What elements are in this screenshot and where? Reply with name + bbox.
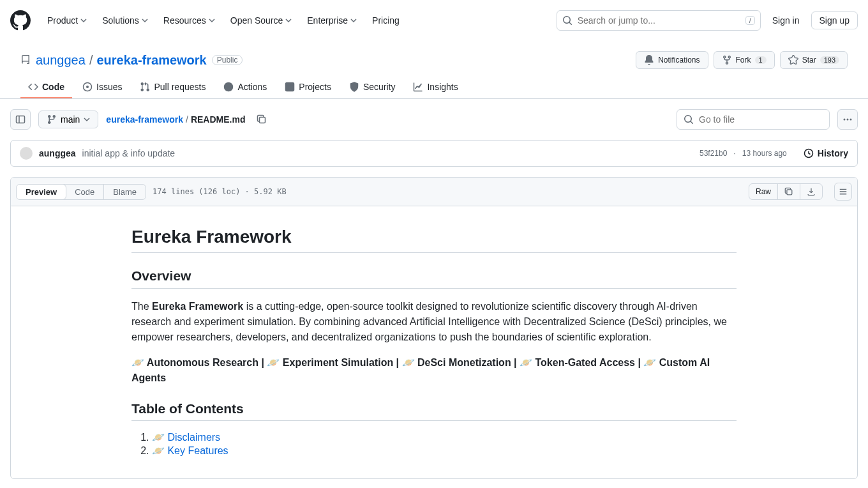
branch-selector[interactable]: main [38, 111, 98, 128]
copy-icon [257, 114, 267, 125]
nav-pricing[interactable]: Pricing [366, 11, 406, 29]
go-to-file-input[interactable] [699, 114, 823, 125]
search-icon [684, 114, 694, 125]
breadcrumb-repo[interactable]: eureka-framework [106, 114, 183, 125]
commit-time: 13 hours ago [742, 149, 787, 158]
repo-visibility-badge: Public [212, 55, 243, 65]
kebab-icon [842, 114, 853, 125]
repo-name-link[interactable]: eureka-framework [96, 53, 206, 68]
chevron-down-icon [84, 116, 90, 123]
svg-point-9 [844, 119, 846, 121]
nav-resources[interactable]: Resources [157, 11, 221, 29]
svg-rect-3 [286, 83, 294, 91]
nav-enterprise[interactable]: Enterprise [301, 11, 363, 29]
github-logo[interactable] [10, 10, 31, 31]
nav-solutions[interactable]: Solutions [96, 11, 154, 29]
readme-overview-p: The Eureka Framework is a cutting-edge, … [131, 299, 737, 345]
global-search-input[interactable] [578, 15, 740, 26]
file-meta: 174 lines (126 loc) · 5.92 KB [153, 187, 287, 196]
history-link[interactable]: History [804, 148, 848, 158]
toc-item-1[interactable]: 🪐 Disclaimers [152, 432, 220, 443]
nav-product[interactable]: Product [41, 11, 93, 29]
svg-rect-13 [787, 190, 792, 195]
download-icon [807, 187, 816, 196]
readme-features-line: 🪐 Autonomous Research | 🪐 Experiment Sim… [131, 355, 737, 386]
nav-opensource[interactable]: Open Source [224, 11, 299, 29]
commit-sha[interactable]: 53f21b0 [700, 149, 727, 158]
breadcrumb-file: README.md [191, 114, 246, 125]
signup-button[interactable]: Sign up [811, 11, 858, 29]
commit-message[interactable]: initial app & info update [82, 148, 176, 158]
go-to-file[interactable] [677, 109, 830, 130]
tab-code-view[interactable]: Code [66, 185, 104, 199]
copy-path-button[interactable] [253, 111, 271, 128]
view-mode-tabs: Preview Code Blame [16, 184, 146, 200]
svg-point-1 [86, 86, 89, 88]
tab-pulls[interactable]: Pull requests [132, 77, 213, 98]
tab-actions[interactable]: Actions [216, 77, 274, 98]
tab-projects[interactable]: Projects [277, 77, 339, 98]
tab-issues[interactable]: Issues [75, 77, 130, 98]
repo-slash: / [89, 53, 93, 68]
avatar[interactable] [20, 147, 33, 160]
star-icon [788, 55, 798, 65]
star-button[interactable]: Star 193 [780, 51, 848, 69]
global-search[interactable]: / [557, 10, 761, 31]
search-kbd: / [745, 16, 755, 25]
repo-icon [20, 55, 31, 65]
list-icon [839, 187, 848, 196]
svg-point-11 [850, 119, 852, 121]
tab-insights[interactable]: Insights [405, 77, 465, 98]
search-icon [562, 15, 572, 26]
breadcrumb: eureka-framework / README.md [106, 114, 245, 125]
readme-toc-h: Table of Contents [131, 401, 737, 421]
bell-icon [644, 55, 654, 65]
sidebar-icon [15, 114, 26, 125]
toc-item-2[interactable]: 🪐 Key Features [152, 445, 228, 456]
readme-overview-h: Overview [131, 268, 737, 288]
signin-link[interactable]: Sign in [766, 11, 806, 29]
svg-rect-8 [260, 118, 266, 123]
sidebar-toggle-button[interactable] [10, 109, 31, 130]
star-count: 193 [820, 56, 839, 64]
notifications-button[interactable]: Notifications [636, 51, 708, 69]
fork-count: 1 [755, 56, 767, 64]
history-icon [804, 148, 814, 158]
outline-button[interactable] [834, 183, 852, 201]
commit-author[interactable]: aunggea [39, 148, 76, 158]
download-button[interactable] [800, 184, 822, 199]
branch-icon [47, 114, 57, 125]
raw-button[interactable]: Raw [749, 184, 778, 199]
fork-button[interactable]: Fork 1 [714, 51, 775, 69]
copy-icon [784, 187, 793, 196]
commit-sep: · [733, 149, 735, 158]
fork-icon [722, 55, 732, 65]
svg-rect-6 [17, 116, 25, 123]
tab-security[interactable]: Security [341, 77, 403, 98]
copy-button[interactable] [778, 184, 800, 199]
repo-owner-link[interactable]: aunggea [36, 53, 86, 68]
readme-h1: Eureka Framework [131, 227, 737, 253]
svg-point-10 [847, 119, 849, 121]
tab-blame[interactable]: Blame [104, 185, 146, 199]
tab-preview[interactable]: Preview [16, 184, 66, 200]
tab-code[interactable]: Code [20, 77, 72, 98]
more-options-button[interactable] [837, 109, 858, 130]
